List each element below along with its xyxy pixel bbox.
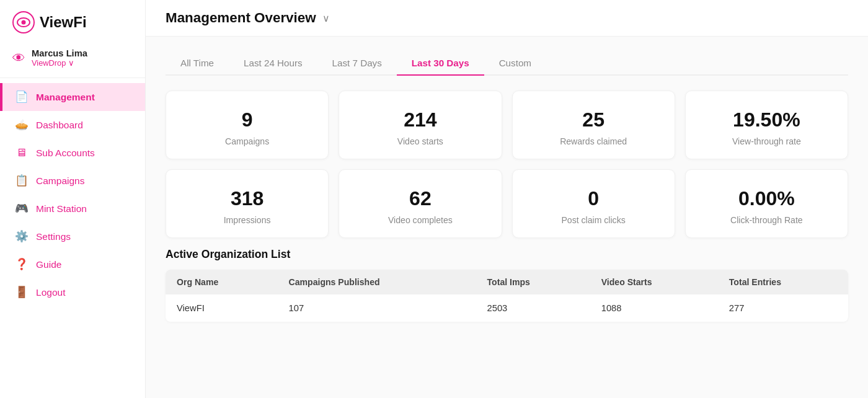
sidebar-item-mint-station[interactable]: 🎮 Mint Station xyxy=(0,195,145,223)
svg-point-2 xyxy=(22,20,26,25)
sidebar-label-logout: Logout xyxy=(36,287,65,298)
topbar: Management Overview ∨ xyxy=(146,0,868,37)
cell-video-starts: 1088 xyxy=(590,294,718,322)
sidebar: ViewFi 👁 Marcus Lima ViewDrop 📄 Manageme… xyxy=(0,0,146,398)
user-icon: 👁 xyxy=(12,51,25,66)
cell-campaigns-published: 107 xyxy=(278,294,476,322)
main-content: Management Overview ∨ All Time Last 24 H… xyxy=(146,0,868,398)
stat-card-impressions: 318 Impressions xyxy=(166,169,329,238)
sidebar-nav: 📄 Management 🥧 Dashboard 🖥 Sub Accounts … xyxy=(0,78,145,306)
stat-label-video-starts: Video starts xyxy=(352,136,489,146)
col-video-starts: Video Starts xyxy=(590,270,718,294)
col-total-imps: Total Imps xyxy=(476,270,590,294)
stat-label-impressions: Impressions xyxy=(179,215,316,225)
user-profile: 👁 Marcus Lima ViewDrop xyxy=(0,42,145,78)
dashboard-icon: 🥧 xyxy=(15,118,29,131)
stat-label-click-through-rate: Click-through Rate xyxy=(698,215,835,225)
tab-all-time[interactable]: All Time xyxy=(166,51,229,76)
sidebar-label-settings: Settings xyxy=(36,231,71,242)
brand-icon xyxy=(12,11,35,33)
stat-card-click-through-rate: 0.00% Click-through Rate xyxy=(685,169,848,238)
stat-value-view-through-rate: 19.50% xyxy=(698,108,835,131)
cell-org-name: ViewFI xyxy=(166,294,278,322)
stat-label-view-through-rate: View-through rate xyxy=(698,136,835,146)
table-row: ViewFI 107 2503 1088 277 xyxy=(166,294,848,322)
brand-name: ViewFi xyxy=(40,14,87,31)
management-icon: 📄 xyxy=(15,91,29,104)
stat-card-video-completes: 62 Video completes xyxy=(339,169,502,238)
logout-icon: 🚪 xyxy=(15,286,29,299)
page-title: Management Overview xyxy=(166,10,316,26)
brand-logo: ViewFi xyxy=(0,0,145,42)
sidebar-item-settings[interactable]: ⚙️ Settings xyxy=(0,223,145,250)
stat-value-video-starts: 214 xyxy=(352,108,489,131)
stats-row-1: 9 Campaigns 214 Video starts 25 Rewards … xyxy=(166,91,848,159)
sidebar-label-dashboard: Dashboard xyxy=(36,120,83,131)
settings-icon: ⚙️ xyxy=(15,230,29,243)
sidebar-item-sub-accounts[interactable]: 🖥 Sub Accounts xyxy=(0,139,145,167)
tab-last-24-hours[interactable]: Last 24 Hours xyxy=(229,51,317,76)
stat-value-rewards-claimed: 25 xyxy=(525,108,662,131)
cell-total-entries: 277 xyxy=(718,294,848,322)
sidebar-label-management: Management xyxy=(36,92,95,103)
col-org-name: Org Name xyxy=(166,270,278,294)
stat-label-rewards-claimed: Rewards claimed xyxy=(525,136,662,146)
stat-label-campaigns: Campaigns xyxy=(179,136,316,146)
tab-last-7-days[interactable]: Last 7 Days xyxy=(317,51,397,76)
content-area: All Time Last 24 Hours Last 7 Days Last … xyxy=(146,37,868,398)
stat-card-rewards-claimed: 25 Rewards claimed xyxy=(512,91,675,159)
stat-card-video-starts: 214 Video starts xyxy=(339,91,502,159)
sidebar-label-guide: Guide xyxy=(36,259,61,270)
table-header-row: Org Name Campaigns Published Total Imps … xyxy=(166,270,848,294)
stat-card-campaigns: 9 Campaigns xyxy=(166,91,329,159)
col-campaigns-published: Campaigns Published xyxy=(278,270,476,294)
campaigns-icon: 📋 xyxy=(15,174,29,187)
guide-icon: ❓ xyxy=(15,258,29,271)
user-sub[interactable]: ViewDrop xyxy=(32,58,87,68)
sub-accounts-icon: 🖥 xyxy=(15,146,29,159)
sidebar-item-campaigns[interactable]: 📋 Campaigns xyxy=(0,167,145,195)
sidebar-label-campaigns: Campaigns xyxy=(36,175,84,187)
tab-bar: All Time Last 24 Hours Last 7 Days Last … xyxy=(166,51,848,76)
col-total-entries: Total Entries xyxy=(718,270,848,294)
stat-label-post-claim-clicks: Post claim clicks xyxy=(525,215,662,225)
stat-value-click-through-rate: 0.00% xyxy=(698,187,835,210)
stat-value-impressions: 318 xyxy=(179,187,316,210)
tab-custom[interactable]: Custom xyxy=(484,51,546,76)
stat-label-video-completes: Video completes xyxy=(352,215,489,225)
sidebar-item-management[interactable]: 📄 Management xyxy=(0,83,145,111)
user-name: Marcus Lima xyxy=(32,48,87,58)
stat-value-post-claim-clicks: 0 xyxy=(525,187,662,210)
sidebar-item-guide[interactable]: ❓ Guide xyxy=(0,250,145,278)
stat-card-post-claim-clicks: 0 Post claim clicks xyxy=(512,169,675,238)
stat-value-campaigns: 9 xyxy=(179,108,316,131)
sidebar-item-dashboard[interactable]: 🥧 Dashboard xyxy=(0,111,145,139)
cell-total-imps: 2503 xyxy=(476,294,590,322)
stat-card-view-through-rate: 19.50% View-through rate xyxy=(685,91,848,159)
sidebar-label-sub-accounts: Sub Accounts xyxy=(36,148,95,159)
section-title: Active Organization List xyxy=(166,248,848,261)
mint-station-icon: 🎮 xyxy=(15,202,29,215)
tab-last-30-days[interactable]: Last 30 Days xyxy=(397,51,484,76)
sidebar-label-mint-station: Mint Station xyxy=(36,203,87,214)
stats-row-2: 318 Impressions 62 Video completes 0 Pos… xyxy=(166,169,848,238)
org-table: Org Name Campaigns Published Total Imps … xyxy=(166,270,848,322)
stat-value-video-completes: 62 xyxy=(352,187,489,210)
org-list-section: Active Organization List Org Name Campai… xyxy=(166,248,848,322)
chevron-down-icon[interactable]: ∨ xyxy=(322,12,330,24)
sidebar-item-logout[interactable]: 🚪 Logout xyxy=(0,278,145,306)
